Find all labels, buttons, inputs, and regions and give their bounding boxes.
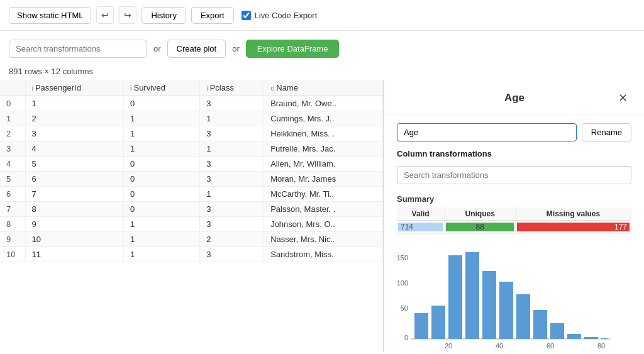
col-type-survived: i (130, 84, 131, 92)
cell-index: 9 (0, 232, 25, 247)
th-uniques: Uniques (445, 207, 516, 221)
cell-name: Braund, Mr. Owe.. (264, 96, 383, 111)
table-row: 8 9 1 3 Johnson, Mrs. O.. (0, 217, 383, 232)
cell-name: Allen, Mr. William. (264, 157, 383, 172)
cell-pclass: 3 (200, 172, 264, 187)
or-text-2: or (232, 44, 240, 53)
th-survived[interactable]: iSurvived (124, 80, 200, 96)
table-body: 0 1 0 3 Braund, Mr. Owe.. 1 2 1 1 Cuming… (0, 96, 383, 262)
cell-name: Sandstrom, Miss. (264, 247, 383, 262)
summary-section: Summary Valid Uniques Missing values (397, 194, 631, 234)
y-label-100: 100 (397, 279, 408, 287)
cell-name: Nasser, Mrs. Nic.. (264, 232, 383, 247)
search-panel-transforms-input[interactable] (397, 166, 631, 184)
explore-dataframe-button[interactable]: Explore DataFrame (246, 40, 340, 58)
table-row: 3 4 1 1 Futrelle, Mrs. Jac. (0, 141, 383, 157)
cell-index: 5 (0, 172, 25, 187)
cell-name: McCarthy, Mr. Ti.. (264, 187, 383, 202)
cell-pclass: 1 (200, 187, 264, 202)
cell-index: 8 (0, 217, 25, 232)
redo-button[interactable]: ↪ (119, 6, 136, 24)
cell-pclass: 1 (200, 111, 264, 126)
cell-index: 2 (0, 126, 25, 141)
rename-input[interactable] (397, 123, 577, 141)
bar-4 (465, 252, 479, 339)
table-row: 1 2 1 1 Cumings, Mrs. J.. (0, 111, 383, 126)
th-pclass[interactable]: iPclass (200, 80, 264, 96)
y-label-50: 50 (401, 304, 408, 312)
th-name[interactable]: oName (264, 80, 383, 96)
live-code-wrapper: Live Code Export (242, 11, 318, 20)
row-count: 891 rows × 12 columns (0, 64, 644, 80)
bar-2 (431, 306, 445, 339)
cell-passengerid: 3 (25, 126, 124, 141)
table-header-row: iPassengerId iSurvived iPclass oName (0, 80, 383, 96)
cell-index: 3 (0, 141, 25, 157)
actions-bar: or Create plot or Explore DataFrame (0, 31, 644, 64)
cell-passengerid: 5 (25, 157, 124, 172)
undo-button[interactable]: ↩ (96, 6, 114, 24)
bar-3 (448, 255, 462, 339)
rename-button[interactable]: Rename (582, 123, 631, 141)
cell-pclass: 3 (200, 126, 264, 141)
toolbar: Show static HTML ↩ ↪ History Export Live… (0, 0, 644, 31)
col-label-survived: Survived (133, 83, 165, 92)
cell-pclass: 2 (200, 232, 264, 247)
cell-survived: 1 (124, 247, 200, 262)
col-transforms-section: Column transformations (397, 149, 631, 158)
table-row: 6 7 0 1 McCarthy, Mr. Ti.. (0, 187, 383, 202)
valid-value: 714 (401, 223, 413, 231)
cell-passengerid: 7 (25, 187, 124, 202)
cell-pclass: 3 (200, 157, 264, 172)
history-button[interactable]: History (142, 7, 186, 24)
table-row: 0 1 0 3 Braund, Mr. Owe.. (0, 96, 383, 111)
search-transformations-input[interactable] (9, 40, 147, 58)
export-button[interactable]: Export (191, 7, 234, 24)
th-passengerid[interactable]: iPassengerId (25, 80, 124, 96)
cell-survived: 1 (124, 141, 200, 157)
missing-value: 177 (614, 223, 627, 231)
valid-bar: 714 (398, 223, 443, 231)
or-text-1: or (153, 44, 161, 53)
show-static-html-button[interactable]: Show static HTML (9, 7, 91, 24)
table-row: 7 8 0 3 Palsson, Master. . (0, 202, 383, 217)
live-code-checkbox[interactable] (242, 11, 251, 20)
main-area: iPassengerId iSurvived iPclass oName 0 1… (0, 80, 644, 352)
cell-passengerid: 10 (25, 232, 124, 247)
cell-passengerid: 11 (25, 247, 124, 262)
table-container: iPassengerId iSurvived iPclass oName 0 1… (0, 80, 384, 352)
bar-1 (414, 313, 428, 339)
col-label-name: Name (276, 83, 298, 92)
bar-12 (601, 338, 608, 339)
summary-bar-row: 714 88 177 (397, 221, 631, 234)
cell-passengerid: 1 (25, 96, 124, 111)
y-label-150: 150 (397, 254, 408, 262)
cell-index: 6 (0, 187, 25, 202)
table-row: 9 10 1 2 Nasser, Mrs. Nic.. (0, 232, 383, 247)
col-transforms-label: Column transformations (397, 149, 631, 158)
col-type-passengerid: i (32, 84, 33, 92)
bar-10 (567, 334, 581, 339)
cell-survived: 1 (124, 217, 200, 232)
cell-passengerid: 2 (25, 111, 124, 126)
x-label-20: 20 (445, 342, 452, 350)
cell-survived: 1 (124, 111, 200, 126)
histogram-svg: 150 100 50 0 (397, 249, 623, 352)
cell-survived: 0 (124, 172, 200, 187)
cell-survived: 1 (124, 126, 200, 141)
cell-survived: 0 (124, 96, 200, 111)
x-label-60: 60 (547, 342, 554, 350)
row-count-text: 891 rows × 12 columns (9, 67, 93, 76)
create-plot-button[interactable]: Create plot (167, 40, 226, 58)
table-row: 5 6 0 3 Moran, Mr. James (0, 172, 383, 187)
table-row: 2 3 1 3 Heikkinen, Miss. . (0, 126, 383, 141)
close-panel-button[interactable]: ✕ (614, 90, 631, 106)
right-panel: Age ✕ Rename Column transformations Summ… (384, 80, 644, 352)
summary-valid-cell: 714 (397, 221, 445, 234)
summary-uniques-cell: 88 (445, 221, 516, 234)
cell-pclass: 3 (200, 202, 264, 217)
cell-name: Johnson, Mrs. O.. (264, 217, 383, 232)
cell-index: 0 (0, 96, 25, 111)
cell-index: 4 (0, 157, 25, 172)
redo-icon: ↪ (124, 10, 131, 20)
